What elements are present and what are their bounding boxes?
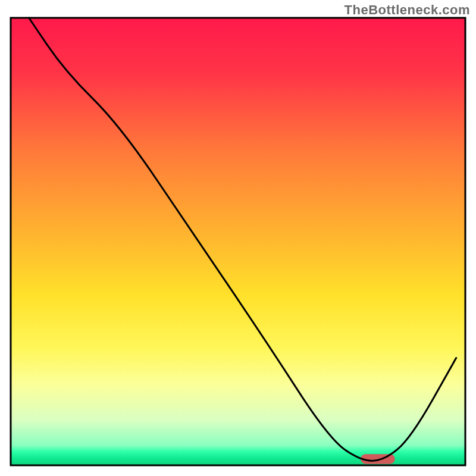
watermark-text: TheBottleneck.com <box>345 2 470 18</box>
bottleneck-chart <box>0 0 476 476</box>
chart-container: TheBottleneck.com <box>0 0 476 476</box>
